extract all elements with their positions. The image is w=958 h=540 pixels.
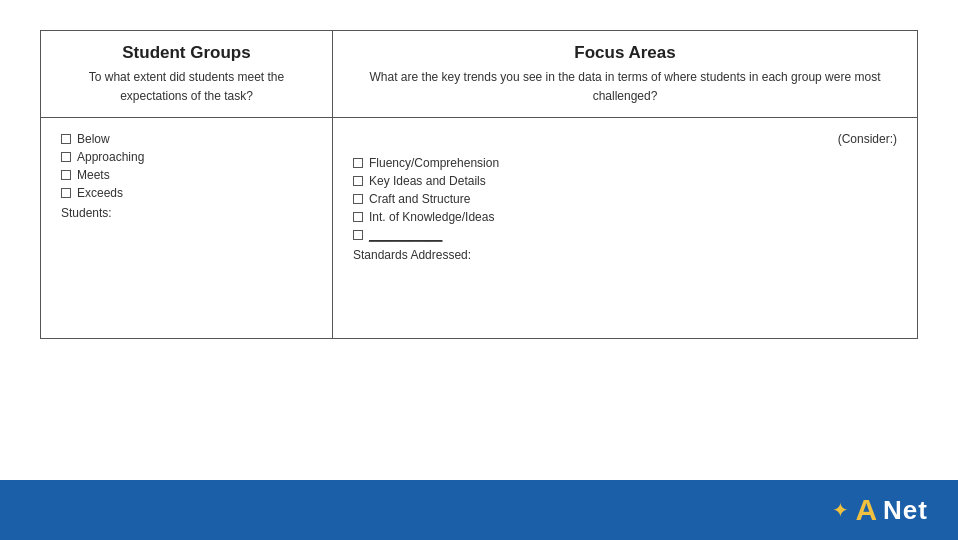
checkbox-exceeds: [61, 188, 71, 198]
list-item-int-knowledge: Int. of Knowledge/Ideas: [353, 210, 897, 224]
anet-star-icon: ✦: [832, 500, 849, 520]
data-table: Student Groups To what extent did studen…: [40, 30, 918, 339]
focus-areas-cell: (Consider:) Fluency/Comprehension Key Id…: [333, 118, 917, 338]
anet-letter-a: A: [855, 493, 877, 527]
label-fluency: Fluency/Comprehension: [369, 156, 499, 170]
student-groups-header: Student Groups To what extent did studen…: [41, 31, 333, 117]
list-item-exceeds: Exceeds: [61, 186, 312, 200]
label-exceeds: Exceeds: [77, 186, 123, 200]
checkbox-key-ideas: [353, 176, 363, 186]
label-craft: Craft and Structure: [369, 192, 470, 206]
focus-areas-header: Focus Areas What are the key trends you …: [333, 31, 917, 117]
table-header-row: Student Groups To what extent did studen…: [41, 31, 917, 118]
list-item-approaching: Approaching: [61, 150, 312, 164]
student-groups-subtitle: To what extent did students meet the exp…: [89, 70, 284, 103]
anet-logo: ✦ A Net: [832, 493, 928, 527]
table-body-row: Below Approaching Meets Exceeds: [41, 118, 917, 338]
focus-areas-title: Focus Areas: [353, 43, 897, 63]
main-content: Student Groups To what extent did studen…: [0, 0, 958, 480]
focus-areas-list: Fluency/Comprehension Key Ideas and Deta…: [353, 156, 897, 242]
list-item-fluency: Fluency/Comprehension: [353, 156, 897, 170]
list-item-craft: Craft and Structure: [353, 192, 897, 206]
list-item-meets: Meets: [61, 168, 312, 182]
list-item-blank: ___________: [353, 228, 897, 242]
consider-text: (Consider:): [353, 132, 897, 146]
student-groups-title: Student Groups: [61, 43, 312, 63]
label-approaching: Approaching: [77, 150, 144, 164]
checkbox-below: [61, 134, 71, 144]
label-int-knowledge: Int. of Knowledge/Ideas: [369, 210, 494, 224]
list-item-below: Below: [61, 132, 312, 146]
checkbox-approaching: [61, 152, 71, 162]
students-label: Students:: [61, 206, 312, 220]
footer-bar: ✦ A Net: [0, 480, 958, 540]
checkbox-meets: [61, 170, 71, 180]
student-groups-list: Below Approaching Meets Exceeds: [61, 132, 312, 200]
checkbox-fluency: [353, 158, 363, 168]
label-blank: ___________: [369, 228, 442, 242]
checkbox-blank: [353, 230, 363, 240]
checkbox-int-knowledge: [353, 212, 363, 222]
student-groups-cell: Below Approaching Meets Exceeds: [41, 118, 333, 338]
label-key-ideas: Key Ideas and Details: [369, 174, 486, 188]
label-meets: Meets: [77, 168, 110, 182]
label-below: Below: [77, 132, 110, 146]
anet-text-net: Net: [883, 495, 928, 526]
checkbox-craft: [353, 194, 363, 204]
standards-addressed-label: Standards Addressed:: [353, 248, 897, 262]
list-item-key-ideas: Key Ideas and Details: [353, 174, 897, 188]
focus-areas-subtitle: What are the key trends you see in the d…: [370, 70, 881, 103]
